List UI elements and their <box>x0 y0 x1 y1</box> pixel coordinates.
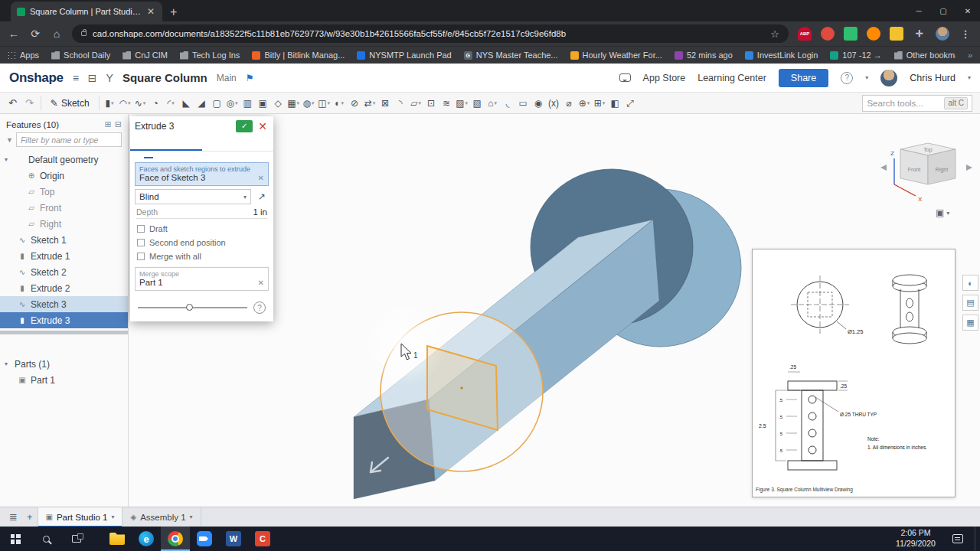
bookmark-item[interactable]: CnJ CIM <box>122 51 168 60</box>
boundary-surface-tool[interactable]: ▨ <box>455 95 469 112</box>
bookmark-item[interactable]: 52 mins ago <box>675 51 733 60</box>
screencastify-extension-icon[interactable] <box>867 27 880 41</box>
rib-tool[interactable]: ▥ <box>240 95 255 112</box>
feature-item[interactable]: Right <box>0 216 128 232</box>
sweep-tool[interactable]: ∿ <box>133 95 148 112</box>
tool-search-input[interactable] <box>867 99 940 108</box>
chamfer-tool[interactable]: ◣ <box>179 95 194 112</box>
boolean-op-tab[interactable] <box>133 153 142 158</box>
bookmark-item[interactable]: Hourly Weather For... <box>570 51 662 60</box>
feature-item[interactable]: Extrude 2 <box>0 280 128 296</box>
elements-icon[interactable]: ⊟ <box>88 72 97 84</box>
undo-button[interactable]: ↶ <box>5 97 21 109</box>
comments-icon[interactable] <box>619 73 631 82</box>
sheet-metal-tool[interactable]: ⌂ <box>485 95 500 112</box>
open-dialogs-icon[interactable]: ⊞ <box>105 119 112 129</box>
refresh-button[interactable] <box>29 28 41 40</box>
bookmark-item[interactable]: Other bookmarks <box>894 51 956 60</box>
replace-face-tool[interactable]: ⊡ <box>424 95 439 112</box>
new-tab-button[interactable]: + <box>170 3 177 21</box>
boolean-op-tab[interactable] <box>155 153 164 158</box>
rotate-left-arrow[interactable] <box>880 165 887 171</box>
feature-item[interactable]: Front <box>0 200 128 216</box>
cancel-button[interactable]: ✕ <box>256 120 269 132</box>
tab-tool[interactable]: ▭ <box>516 95 531 112</box>
modify-fillet-tool[interactable]: ◝ <box>394 95 408 112</box>
window-close-button[interactable]: ✕ <box>956 0 980 21</box>
feature-item[interactable]: Sketch 2 <box>0 264 128 280</box>
hole-tool[interactable]: ◎ <box>225 95 240 112</box>
versions-icon[interactable]: Y <box>106 72 113 84</box>
taskbar-app[interactable] <box>219 527 248 551</box>
user-avatar[interactable] <box>880 70 897 86</box>
bookmark-item[interactable]: InvestLink Login <box>745 51 818 60</box>
linear-pattern-tool[interactable]: ▦ <box>286 95 301 112</box>
mate-connector-tool[interactable]: ⊕ <box>577 95 592 112</box>
taskbar-app[interactable] <box>190 527 219 551</box>
bookmark-item[interactable]: Apps <box>8 51 39 60</box>
tab-close-icon[interactable]: ✕ <box>145 6 156 17</box>
section-view-tool[interactable]: ◧ <box>608 95 622 112</box>
help-icon[interactable]: ? <box>841 72 853 84</box>
home-button[interactable] <box>51 28 63 40</box>
sketch-button[interactable]: ✎ Sketch <box>44 98 96 109</box>
action-center-icon[interactable] <box>952 534 963 543</box>
offset-surface-tool[interactable]: ≋ <box>439 95 454 112</box>
loft-tool[interactable]: ◔ <box>149 95 163 112</box>
shell-tool[interactable]: ▢ <box>210 95 224 112</box>
feature-item[interactable]: Sketch 3 <box>0 296 128 312</box>
rollback-bar[interactable] <box>0 331 128 334</box>
bookmark-item[interactable]: School Daily <box>51 51 110 60</box>
move-face-tool[interactable]: ▱ <box>409 95 423 112</box>
fillet-tool[interactable]: ◜ <box>164 95 178 112</box>
redo-button[interactable]: ↷ <box>21 97 38 109</box>
variable-tool[interactable]: (x) <box>547 95 561 112</box>
feature-item[interactable]: Sketch 1 <box>0 232 128 248</box>
boolean-op-tab[interactable] <box>144 153 153 158</box>
rotate-right-arrow[interactable] <box>966 165 972 171</box>
checkbox-row[interactable]: Draft <box>130 222 273 236</box>
checkbox[interactable] <box>137 253 145 260</box>
feature-item[interactable]: Extrude 1 <box>0 248 128 264</box>
bom-panel-button[interactable]: ▦ <box>962 315 978 331</box>
preview-slider[interactable] <box>138 307 247 308</box>
task-view-button[interactable] <box>61 527 92 551</box>
transform-tool[interactable]: ⇄ <box>363 95 377 112</box>
taskbar-app[interactable] <box>132 527 161 551</box>
tables-panel-button[interactable]: ▤ <box>962 295 978 311</box>
parts-group[interactable]: Parts (1) <box>0 356 128 372</box>
browser-tab[interactable]: Square Column | Part Studio 1 ✕ <box>11 2 162 21</box>
named-views-tool[interactable]: ⊞ <box>593 95 607 112</box>
insert-element-button[interactable]: + <box>22 511 38 523</box>
collapse-panel-icon[interactable]: ⊟ <box>115 119 122 129</box>
browser-menu-icon[interactable]: ⋮ <box>959 27 972 41</box>
end-type-dropdown[interactable]: Blind ▾ <box>135 189 251 204</box>
menu-icon[interactable]: ≡ <box>73 72 79 84</box>
flange-tool[interactable]: ◟ <box>501 95 515 112</box>
appearance-panel-button[interactable]: ◐ <box>962 275 978 291</box>
bookmark-item[interactable]: 107 -12 → <box>830 51 881 60</box>
revolve-tool[interactable]: ◠ <box>118 95 132 112</box>
bookmarks-overflow-icon[interactable]: » <box>968 51 972 60</box>
extrude-tool[interactable]: ▮ <box>103 95 117 112</box>
feature-item[interactable]: Origin <box>0 168 128 184</box>
clear-selection-icon[interactable]: ✕ <box>258 174 264 182</box>
window-maximize-button[interactable]: ▢ <box>931 0 956 21</box>
view-options-button[interactable]: ▣ ▾ <box>936 207 949 218</box>
tab-menu-caret-icon[interactable]: ▾ <box>111 514 114 520</box>
merge-scope-box[interactable]: Merge scope Part 1 ✕ <box>135 267 269 291</box>
abp-extension-icon[interactable]: ABP <box>798 27 812 41</box>
draft-tool[interactable]: ◢ <box>194 95 209 112</box>
taskbar-search-button[interactable] <box>31 527 61 551</box>
share-button[interactable]: Share <box>779 69 828 87</box>
flip-direction-icon[interactable]: ↗ <box>255 190 269 204</box>
boolean-op-tab[interactable] <box>165 153 175 158</box>
circular-pattern-tool[interactable]: ◍ <box>302 95 316 112</box>
checkbox[interactable] <box>137 239 145 246</box>
bookmark-item[interactable]: G NYS Master Teache... <box>464 51 558 60</box>
fullscreen-tool[interactable]: ⤢ <box>623 95 638 112</box>
fill-surface-tool[interactable]: ▧ <box>470 95 485 112</box>
loom-extension-icon[interactable] <box>890 27 903 41</box>
accept-button[interactable]: ✓ <box>236 120 253 132</box>
helix-tool[interactable]: ◉ <box>531 95 546 112</box>
